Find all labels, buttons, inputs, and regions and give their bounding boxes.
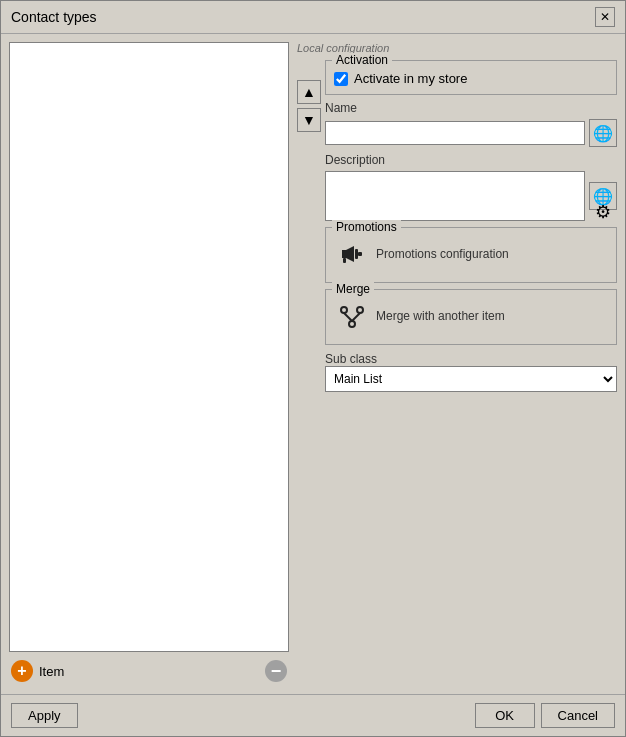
main-content: + Item − Local configuration ▲ ▼ bbox=[1, 34, 625, 694]
merge-icon bbox=[336, 300, 368, 332]
name-field-row: 🌐 bbox=[325, 119, 617, 147]
svg-point-6 bbox=[349, 321, 355, 327]
promotions-icon bbox=[336, 238, 368, 270]
items-list[interactable] bbox=[9, 42, 289, 652]
merge-legend: Merge bbox=[332, 282, 374, 296]
svg-rect-3 bbox=[343, 258, 346, 263]
footer: Apply OK Cancel bbox=[1, 694, 625, 736]
desc-field-row: 🌐 bbox=[325, 171, 617, 221]
name-label: Name bbox=[325, 101, 617, 115]
svg-point-5 bbox=[357, 307, 363, 313]
activation-section: Activation Activate in my store bbox=[325, 60, 617, 95]
title-bar: Contact types ✕ bbox=[1, 1, 625, 34]
svg-rect-1 bbox=[355, 249, 358, 259]
sub-class-section: Sub class Main List bbox=[325, 351, 617, 392]
close-button[interactable]: ✕ bbox=[595, 7, 615, 27]
promotions-section: Promotions Promo bbox=[325, 227, 617, 283]
activation-legend: Activation bbox=[332, 53, 392, 67]
right-panel: Local configuration ▲ ▼ Activation Activ… bbox=[297, 42, 617, 686]
right-panel-inner: ▲ ▼ Activation Activate in my store bbox=[297, 60, 617, 392]
activation-checkbox-row: Activate in my store bbox=[334, 71, 608, 86]
promotions-action-label: Promotions configuration bbox=[376, 247, 509, 261]
svg-line-7 bbox=[344, 313, 352, 321]
apply-button[interactable]: Apply bbox=[11, 703, 78, 728]
footer-right: OK Cancel bbox=[475, 703, 615, 728]
move-up-button[interactable]: ▲ bbox=[297, 80, 321, 104]
remove-item-button[interactable]: − bbox=[265, 660, 287, 682]
remove-icon: − bbox=[265, 660, 287, 682]
name-input[interactable] bbox=[325, 121, 585, 145]
activate-checkbox[interactable] bbox=[334, 72, 348, 86]
contact-types-dialog: Contact types ✕ + Item − Local configura… bbox=[0, 0, 626, 737]
dialog-title: Contact types bbox=[11, 9, 97, 25]
add-item-button[interactable]: + Item bbox=[11, 660, 64, 682]
merge-section: Merge bbox=[325, 289, 617, 345]
arrows-column: ▲ ▼ bbox=[297, 60, 321, 392]
list-controls: + Item − bbox=[9, 656, 289, 686]
promotions-legend: Promotions bbox=[332, 220, 401, 234]
sub-class-label: Sub class bbox=[325, 352, 377, 366]
description-label: Description bbox=[325, 153, 617, 167]
move-down-button[interactable]: ▼ bbox=[297, 108, 321, 132]
promotions-action-row[interactable]: Promotions configuration bbox=[334, 234, 608, 274]
add-icon: + bbox=[11, 660, 33, 682]
svg-line-8 bbox=[352, 313, 360, 321]
sub-class-select[interactable]: Main List bbox=[325, 366, 617, 392]
left-panel: + Item − bbox=[9, 42, 289, 686]
description-section: Description 🌐 bbox=[325, 153, 617, 221]
config-column: Activation Activate in my store Name 🌐 bbox=[325, 60, 617, 392]
activate-label: Activate in my store bbox=[354, 71, 467, 86]
name-section: Name 🌐 bbox=[325, 101, 617, 147]
item-label: Item bbox=[39, 664, 64, 679]
name-globe-button[interactable]: 🌐 bbox=[589, 119, 617, 147]
svg-rect-2 bbox=[358, 252, 362, 256]
gear-button[interactable]: ⚙ bbox=[589, 198, 617, 226]
ok-button[interactable]: OK bbox=[475, 703, 535, 728]
description-input[interactable] bbox=[325, 171, 585, 221]
merge-action-row[interactable]: Merge with another item bbox=[334, 296, 608, 336]
svg-point-4 bbox=[341, 307, 347, 313]
cancel-button[interactable]: Cancel bbox=[541, 703, 615, 728]
merge-action-label: Merge with another item bbox=[376, 309, 505, 323]
footer-left: Apply bbox=[11, 703, 78, 728]
